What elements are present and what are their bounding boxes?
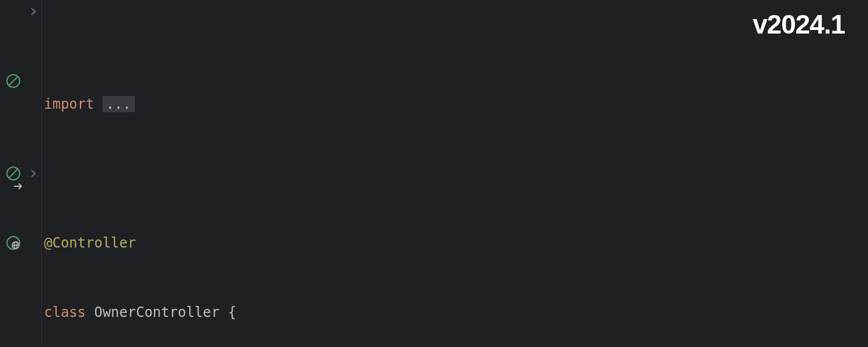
svg-line-1: [9, 76, 18, 86]
web-mapping-icon[interactable]: [5, 234, 22, 252]
code-line: class OwnerController {: [42, 301, 868, 324]
keyword-class: class: [44, 304, 94, 320]
svg-line-3: [9, 169, 18, 178]
annotation: @Controller: [44, 235, 136, 251]
fold-chevron-icon[interactable]: [28, 0, 39, 23]
no-usages-icon[interactable]: [5, 72, 22, 90]
code-line: import ...: [42, 93, 868, 116]
navigate-arrow-icon[interactable]: [10, 178, 28, 195]
code-line: [42, 162, 868, 185]
brace: {: [228, 304, 236, 320]
code-editor: v2024.1 import ... @Controller class Own…: [0, 0, 868, 347]
folded-region[interactable]: ...: [102, 96, 134, 112]
code-area[interactable]: v2024.1 import ... @Controller class Own…: [42, 0, 868, 347]
code-line: @Controller: [42, 231, 868, 254]
fold-chevron-icon[interactable]: [28, 162, 39, 185]
class-name: OwnerController: [94, 304, 228, 320]
version-label: v2024.1: [753, 13, 845, 36]
keyword-import: import: [44, 96, 102, 112]
editor-gutter: [0, 0, 42, 347]
